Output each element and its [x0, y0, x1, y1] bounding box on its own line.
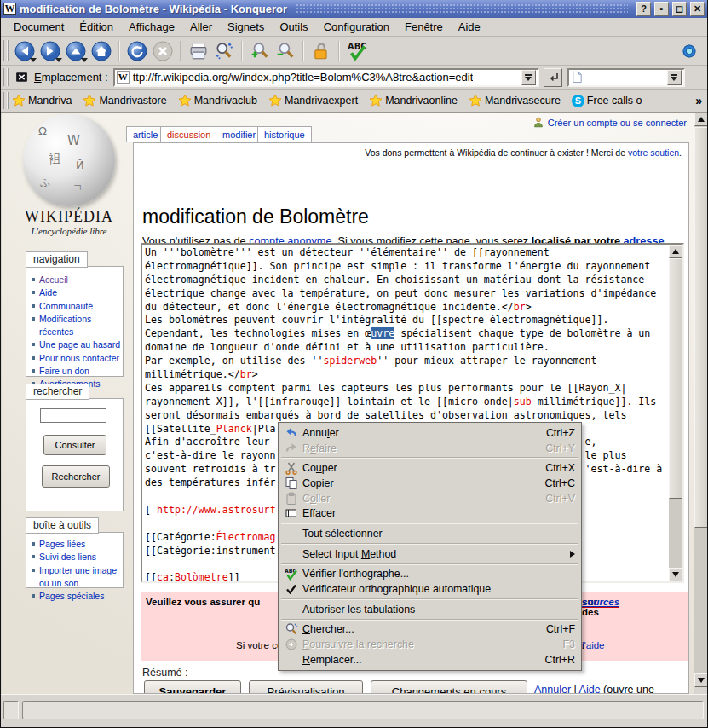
- context-menu-item[interactable]: Effacer: [279, 506, 580, 521]
- search-input[interactable]: [40, 408, 106, 423]
- menubar-item[interactable]: Fenêtre: [397, 19, 451, 35]
- inline-link[interactable]: l'aide: [582, 640, 605, 650]
- personal-bar[interactable]: Créer un compte ou se connecter: [532, 116, 687, 129]
- zoom-in-button[interactable]: [247, 38, 273, 64]
- location-input[interactable]: W ttp://fr.wikipedia.org/w/index.php?tit…: [113, 68, 539, 87]
- location-url-text[interactable]: ttp://fr.wikipedia.org/w/index.php?title…: [133, 71, 474, 84]
- bookmark-item[interactable]: Mandriva: [12, 94, 72, 107]
- help-window-button[interactable]: ?: [636, 2, 651, 16]
- go-button[interactable]: [544, 68, 562, 87]
- sidebar-link[interactable]: Faire un don: [39, 365, 89, 378]
- security-lock-button[interactable]: [308, 38, 334, 64]
- rechercher-button[interactable]: Rechercher: [42, 465, 110, 488]
- inline-link[interactable]: Annuler: [534, 684, 571, 694]
- context-menu-item[interactable]: RefaireCtrl+Y: [279, 441, 580, 456]
- menubar-item[interactable]: Aller: [182, 19, 220, 35]
- context-menu-item[interactable]: AnnulerCtrl+Z: [279, 425, 580, 441]
- show-changes-button[interactable]: Changements en cours: [371, 680, 527, 694]
- menubar-item[interactable]: Aide: [451, 19, 488, 35]
- textarea-scrollbar[interactable]: [669, 245, 682, 581]
- bookmark-item[interactable]: SFree calls o: [572, 95, 642, 107]
- secondary-combo-dropdown[interactable]: [667, 70, 682, 85]
- bookmark-item[interactable]: Mandrivaexpert: [268, 94, 358, 107]
- page-scroll-down[interactable]: [694, 673, 708, 687]
- save-button[interactable]: Sauvegarder: [144, 680, 241, 694]
- toolbar-handle[interactable]: [3, 40, 9, 62]
- bullet-icon: [32, 555, 35, 558]
- preview-button[interactable]: Prévisualisation: [249, 680, 363, 694]
- find-button[interactable]: [211, 38, 237, 64]
- bookmark-item[interactable]: Mandrivasecure: [469, 94, 561, 107]
- bookmarks-handle[interactable]: [3, 92, 9, 109]
- context-menu-item[interactable]: ABCVérifier l'orthographe...: [279, 567, 580, 582]
- bookmark-item[interactable]: Mandrivaclub: [178, 94, 257, 107]
- locbar-handle[interactable]: [3, 68, 9, 86]
- back-button[interactable]: [12, 38, 37, 64]
- wikipedia-logo[interactable]: ΩW 袓Й ふㄱ WIKIPÉDIA L'encyclopédie libre: [10, 114, 128, 244]
- back-dropdown-caret[interactable]: [30, 58, 37, 62]
- forward-button[interactable]: [37, 38, 63, 64]
- context-menu-item[interactable]: Poursuivre la rechercheF3: [279, 637, 580, 652]
- create-account-link[interactable]: Créer un compte ou se connecter: [548, 118, 687, 128]
- menubar-item[interactable]: Affichage: [121, 19, 182, 35]
- context-menu-item[interactable]: Chercher...Ctrl+F: [279, 622, 580, 638]
- scroll-down-button[interactable]: [669, 568, 682, 581]
- context-menu-item[interactable]: Remplacer...Ctrl+R: [279, 652, 580, 667]
- sidebar-link[interactable]: Pour nous contacter: [39, 352, 119, 365]
- clear-location-button[interactable]: [12, 68, 31, 87]
- inline-link[interactable]: votre soutien: [628, 147, 679, 158]
- menubar-item[interactable]: Édition: [72, 19, 121, 35]
- tab-discussion[interactable]: discussion: [160, 126, 217, 142]
- context-menu-item[interactable]: Autoriser les tabulations: [279, 602, 580, 617]
- sidebar-link[interactable]: Modifications récentes: [39, 313, 123, 339]
- maximize-button[interactable]: ◻: [672, 2, 687, 16]
- page-scroll-up[interactable]: [694, 113, 708, 126]
- close-button[interactable]: ✕: [690, 2, 705, 16]
- menubar-item[interactable]: Outils: [272, 19, 315, 35]
- inline-link[interactable]: Aide: [579, 684, 601, 694]
- menubar-item[interactable]: Document: [6, 19, 72, 35]
- context-menu-item[interactable]: Select Input Method: [279, 546, 580, 562]
- page-scroll-thumb[interactable]: [694, 127, 708, 528]
- title-bar[interactable]: W modification de Bolomètre - Wikipédia …: [1, 0, 707, 18]
- print-button[interactable]: [186, 38, 211, 64]
- context-menu-item[interactable]: CollerCtrl+V: [279, 491, 580, 506]
- up-dropdown-caret[interactable]: [81, 58, 88, 62]
- scroll-up-button[interactable]: [669, 245, 682, 258]
- tab-modifier[interactable]: modifier: [216, 126, 262, 142]
- forward-dropdown-caret[interactable]: [55, 58, 62, 62]
- cancel-help-links[interactable]: Annuler | Aide (ouvre une: [534, 684, 654, 694]
- bookmarks-overflow-chevron[interactable]: »: [695, 94, 702, 107]
- consulter-button[interactable]: Consulter: [43, 435, 106, 455]
- context-menu-item[interactable]: CouperCtrl+X: [279, 460, 580, 476]
- location-dropdown-button[interactable]: [521, 70, 536, 85]
- tab-article[interactable]: article: [126, 126, 164, 142]
- tab-historique[interactable]: historique: [257, 126, 312, 142]
- sidebar-link[interactable]: Pages liées: [39, 538, 85, 551]
- home-button[interactable]: [89, 38, 114, 64]
- secondary-combo[interactable]: [567, 68, 685, 87]
- context-menu-item[interactable]: Tout sélectionner: [279, 526, 580, 541]
- page-scrollbar[interactable]: [694, 113, 708, 687]
- reload-button[interactable]: [124, 38, 150, 64]
- context-menu-item[interactable]: CopierCtrl+C: [279, 476, 580, 491]
- menubar-item[interactable]: Signets: [220, 19, 272, 35]
- zoom-out-button[interactable]: [273, 38, 298, 64]
- sidebar-link[interactable]: Importer une image ou un son: [39, 564, 123, 591]
- menubar-item[interactable]: Configuration: [316, 19, 397, 35]
- sidebar-link[interactable]: Accueil: [39, 274, 68, 286]
- sidebar-link[interactable]: Pages spéciales: [39, 590, 104, 603]
- sidebar-link[interactable]: Communauté: [39, 300, 93, 313]
- bookmark-item[interactable]: Mandrivaonline: [369, 94, 458, 107]
- textarea-scroll-thumb[interactable]: [669, 258, 682, 499]
- sidebar-link[interactable]: Suivi des liens: [39, 551, 96, 563]
- context-menu-item[interactable]: Vérificateur orthographique automatique: [279, 581, 580, 597]
- sidebar-link[interactable]: Aide: [39, 286, 57, 299]
- spellcheck-button[interactable]: ABC: [344, 38, 370, 64]
- bookmark-item[interactable]: Mandrivastore: [83, 94, 166, 107]
- inline-link[interactable]: sources: [582, 597, 619, 608]
- minimize-button[interactable]: ▪: [654, 2, 669, 16]
- sidebar-link[interactable]: Une page au hasard: [39, 338, 120, 351]
- up-button[interactable]: [63, 38, 89, 64]
- stop-button[interactable]: [150, 38, 176, 64]
